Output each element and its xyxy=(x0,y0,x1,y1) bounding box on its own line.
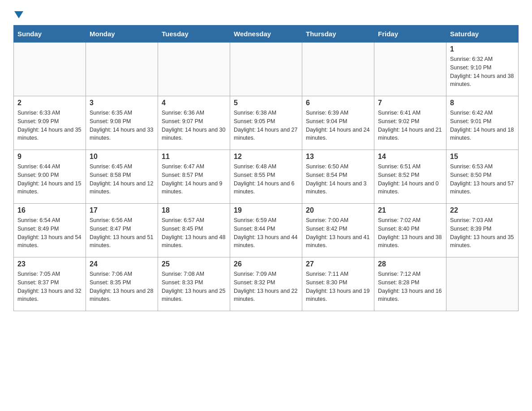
day-info: Sunrise: 6:57 AMSunset: 8:45 PMDaylight:… xyxy=(162,216,226,250)
day-number: 8 xyxy=(450,99,515,107)
day-number: 20 xyxy=(306,206,370,214)
calendar-day-cell xyxy=(86,43,158,96)
calendar-week-row: 16Sunrise: 6:54 AMSunset: 8:49 PMDayligh… xyxy=(14,204,519,257)
calendar-day-cell xyxy=(158,43,230,96)
calendar-day-cell xyxy=(230,43,302,96)
calendar-day-cell xyxy=(14,43,86,96)
calendar-week-row: 23Sunrise: 7:05 AMSunset: 8:37 PMDayligh… xyxy=(14,257,519,311)
day-number: 14 xyxy=(378,153,442,161)
day-number: 7 xyxy=(378,99,442,107)
day-number: 9 xyxy=(17,153,82,161)
day-info: Sunrise: 7:03 AMSunset: 8:39 PMDaylight:… xyxy=(450,216,515,250)
day-info: Sunrise: 7:08 AMSunset: 8:33 PMDaylight:… xyxy=(162,270,226,304)
day-number: 17 xyxy=(90,206,154,214)
day-of-week-header: Wednesday xyxy=(230,26,302,43)
calendar-day-cell: 23Sunrise: 7:05 AMSunset: 8:37 PMDayligh… xyxy=(14,257,86,311)
day-info: Sunrise: 6:33 AMSunset: 9:09 PMDaylight:… xyxy=(17,109,82,142)
day-info: Sunrise: 7:02 AMSunset: 8:40 PMDaylight:… xyxy=(378,216,442,250)
day-of-week-header: Sunday xyxy=(14,26,86,43)
day-number: 22 xyxy=(450,206,515,214)
page-header xyxy=(13,9,519,21)
calendar-week-row: 9Sunrise: 6:44 AMSunset: 9:00 PMDaylight… xyxy=(14,150,519,204)
calendar-day-cell: 28Sunrise: 7:12 AMSunset: 8:28 PMDayligh… xyxy=(374,257,446,311)
day-number: 28 xyxy=(378,260,442,268)
calendar-day-cell: 18Sunrise: 6:57 AMSunset: 8:45 PMDayligh… xyxy=(158,204,230,257)
calendar-day-cell: 2Sunrise: 6:33 AMSunset: 9:09 PMDaylight… xyxy=(14,96,86,150)
calendar-day-cell: 27Sunrise: 7:11 AMSunset: 8:30 PMDayligh… xyxy=(302,257,374,311)
day-number: 27 xyxy=(306,260,370,268)
calendar-day-cell: 1Sunrise: 6:32 AMSunset: 9:10 PMDaylight… xyxy=(446,43,519,96)
day-of-week-header: Friday xyxy=(374,26,446,43)
calendar-day-cell: 25Sunrise: 7:08 AMSunset: 8:33 PMDayligh… xyxy=(158,257,230,311)
day-number: 15 xyxy=(450,153,515,161)
day-number: 16 xyxy=(17,206,82,214)
day-info: Sunrise: 6:48 AMSunset: 8:55 PMDaylight:… xyxy=(234,163,298,196)
day-number: 3 xyxy=(90,99,154,107)
day-number: 12 xyxy=(234,153,298,161)
calendar-day-cell: 22Sunrise: 7:03 AMSunset: 8:39 PMDayligh… xyxy=(446,204,519,257)
day-info: Sunrise: 6:39 AMSunset: 9:04 PMDaylight:… xyxy=(306,109,370,142)
calendar-day-cell: 12Sunrise: 6:48 AMSunset: 8:55 PMDayligh… xyxy=(230,150,302,204)
day-info: Sunrise: 7:11 AMSunset: 8:30 PMDaylight:… xyxy=(306,270,370,304)
day-info: Sunrise: 7:12 AMSunset: 8:28 PMDaylight:… xyxy=(378,270,442,304)
day-number: 21 xyxy=(378,206,442,214)
day-info: Sunrise: 6:54 AMSunset: 8:49 PMDaylight:… xyxy=(17,216,82,250)
day-number: 19 xyxy=(234,206,298,214)
calendar-day-cell: 20Sunrise: 7:00 AMSunset: 8:42 PMDayligh… xyxy=(302,204,374,257)
day-of-week-header: Monday xyxy=(86,26,158,43)
day-info: Sunrise: 6:53 AMSunset: 8:50 PMDaylight:… xyxy=(450,163,515,196)
calendar-day-cell: 26Sunrise: 7:09 AMSunset: 8:32 PMDayligh… xyxy=(230,257,302,311)
calendar-day-cell: 14Sunrise: 6:51 AMSunset: 8:52 PMDayligh… xyxy=(374,150,446,204)
day-number: 24 xyxy=(90,260,154,268)
day-info: Sunrise: 6:51 AMSunset: 8:52 PMDaylight:… xyxy=(378,163,442,196)
calendar-day-cell: 8Sunrise: 6:42 AMSunset: 9:01 PMDaylight… xyxy=(446,96,519,150)
calendar-day-cell: 10Sunrise: 6:45 AMSunset: 8:58 PMDayligh… xyxy=(86,150,158,204)
day-number: 5 xyxy=(234,99,298,107)
day-info: Sunrise: 6:45 AMSunset: 8:58 PMDaylight:… xyxy=(90,163,154,196)
day-number: 13 xyxy=(306,153,370,161)
calendar-day-cell: 7Sunrise: 6:41 AMSunset: 9:02 PMDaylight… xyxy=(374,96,446,150)
calendar-day-cell xyxy=(374,43,446,96)
calendar-day-cell: 24Sunrise: 7:06 AMSunset: 8:35 PMDayligh… xyxy=(86,257,158,311)
logo-triangle-icon xyxy=(14,11,23,18)
day-info: Sunrise: 7:09 AMSunset: 8:32 PMDaylight:… xyxy=(234,270,298,304)
day-of-week-header: Thursday xyxy=(302,26,374,43)
day-info: Sunrise: 6:42 AMSunset: 9:01 PMDaylight:… xyxy=(450,109,515,142)
day-info: Sunrise: 6:50 AMSunset: 8:54 PMDaylight:… xyxy=(306,163,370,196)
calendar-day-cell: 11Sunrise: 6:47 AMSunset: 8:57 PMDayligh… xyxy=(158,150,230,204)
calendar-day-cell xyxy=(302,43,374,96)
calendar-day-cell: 3Sunrise: 6:35 AMSunset: 9:08 PMDaylight… xyxy=(86,96,158,150)
day-info: Sunrise: 6:47 AMSunset: 8:57 PMDaylight:… xyxy=(162,163,226,196)
day-number: 10 xyxy=(90,153,154,161)
calendar-day-cell: 21Sunrise: 7:02 AMSunset: 8:40 PMDayligh… xyxy=(374,204,446,257)
calendar-week-row: 2Sunrise: 6:33 AMSunset: 9:09 PMDaylight… xyxy=(14,96,519,150)
day-info: Sunrise: 7:06 AMSunset: 8:35 PMDaylight:… xyxy=(90,270,154,304)
calendar-week-row: 1Sunrise: 6:32 AMSunset: 9:10 PMDaylight… xyxy=(14,43,519,96)
calendar-day-cell: 19Sunrise: 6:59 AMSunset: 8:44 PMDayligh… xyxy=(230,204,302,257)
calendar-day-cell: 17Sunrise: 6:56 AMSunset: 8:47 PMDayligh… xyxy=(86,204,158,257)
day-number: 18 xyxy=(162,206,226,214)
day-info: Sunrise: 6:56 AMSunset: 8:47 PMDaylight:… xyxy=(90,216,154,250)
day-number: 1 xyxy=(450,45,515,53)
day-info: Sunrise: 6:41 AMSunset: 9:02 PMDaylight:… xyxy=(378,109,442,142)
day-number: 23 xyxy=(17,260,82,268)
day-info: Sunrise: 6:35 AMSunset: 9:08 PMDaylight:… xyxy=(90,109,154,142)
day-of-week-header: Saturday xyxy=(446,26,519,43)
calendar-day-cell: 16Sunrise: 6:54 AMSunset: 8:49 PMDayligh… xyxy=(14,204,86,257)
calendar-day-cell: 13Sunrise: 6:50 AMSunset: 8:54 PMDayligh… xyxy=(302,150,374,204)
day-info: Sunrise: 7:00 AMSunset: 8:42 PMDaylight:… xyxy=(306,216,370,250)
day-of-week-header: Tuesday xyxy=(158,26,230,43)
calendar-day-cell: 15Sunrise: 6:53 AMSunset: 8:50 PMDayligh… xyxy=(446,150,519,204)
calendar-header-row: SundayMondayTuesdayWednesdayThursdayFrid… xyxy=(14,26,519,43)
day-info: Sunrise: 6:32 AMSunset: 9:10 PMDaylight:… xyxy=(450,55,515,89)
day-number: 6 xyxy=(306,99,370,107)
day-info: Sunrise: 6:44 AMSunset: 9:00 PMDaylight:… xyxy=(17,163,82,196)
day-number: 25 xyxy=(162,260,226,268)
day-number: 2 xyxy=(17,99,82,107)
logo xyxy=(13,9,24,21)
day-number: 4 xyxy=(162,99,226,107)
calendar-day-cell: 9Sunrise: 6:44 AMSunset: 9:00 PMDaylight… xyxy=(14,150,86,204)
day-info: Sunrise: 6:36 AMSunset: 9:07 PMDaylight:… xyxy=(162,109,226,142)
calendar-day-cell: 6Sunrise: 6:39 AMSunset: 9:04 PMDaylight… xyxy=(302,96,374,150)
calendar-day-cell: 4Sunrise: 6:36 AMSunset: 9:07 PMDaylight… xyxy=(158,96,230,150)
